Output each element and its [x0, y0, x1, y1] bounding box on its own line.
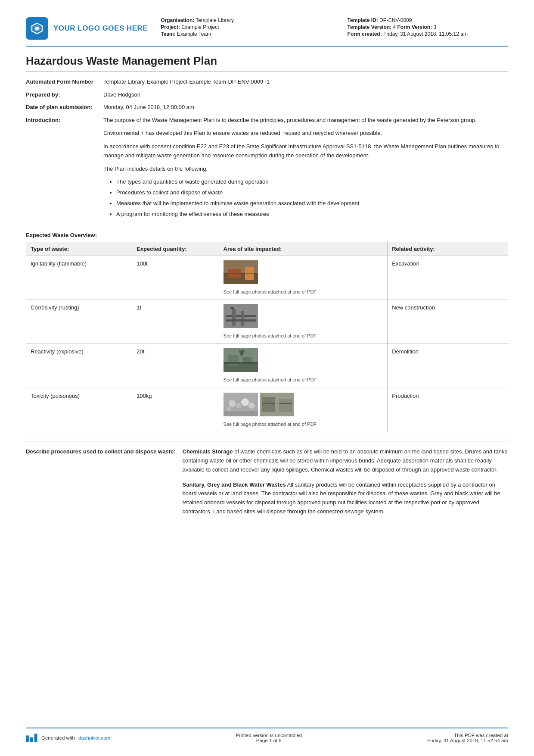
header-meta-left: Organisation: Template Library Project: … [161, 17, 321, 38]
svg-point-19 [229, 400, 236, 407]
waste-qty-cell: 20t [132, 344, 219, 388]
waste-photo-cell: See full page photos attached at end of … [219, 388, 388, 432]
logo-text: YOUR LOGO GOES HERE [53, 24, 148, 33]
svg-rect-27 [279, 399, 292, 412]
footer-pdf-created-text: This PDF was created at [427, 733, 508, 738]
header-meta-right: Template ID: DP-ENV-0009 Template Versio… [348, 17, 508, 38]
bullet-2: Procedures to collect and dispose of was… [116, 188, 508, 197]
describe-label: Describe procedures used to collect and … [26, 447, 183, 522]
prepared-by-value: Dave Hodgson [103, 91, 508, 99]
footer-generated-text: Generated with [41, 735, 75, 740]
waste-type-cell: Corrosivity (rusting) [26, 300, 132, 344]
waste-activity-cell: New construction [388, 300, 508, 344]
svg-rect-17 [224, 362, 258, 364]
photo-caption: See full page photos attached at end of … [224, 333, 383, 339]
introduction-row: Introduction: The purpose of the Waste M… [26, 116, 508, 225]
waste-activity-cell: Excavation [388, 256, 508, 300]
form-number-label: Automated Form Number [26, 78, 103, 86]
prepared-by-label: Prepared by: [26, 91, 103, 99]
svg-rect-14 [228, 355, 239, 366]
svg-point-21 [241, 398, 249, 406]
photo-caption: See full page photos attached at end of … [224, 289, 383, 295]
col-header-type: Type of waste: [26, 242, 132, 256]
form-number-row: Automated Form Number Template Library-E… [26, 78, 508, 86]
svg-rect-10 [226, 319, 256, 322]
bullet-4: A program for monitoring the effectivene… [116, 210, 508, 219]
form-fields: Automated Form Number Template Library-E… [26, 78, 508, 225]
photo-image [224, 393, 258, 418]
bullet-3: Measures that will be implemented to min… [116, 199, 508, 208]
intro-bullets: The types and quantities of waste genera… [103, 178, 508, 219]
introduction-label: Introduction: [26, 116, 103, 125]
project-value: Example Project [181, 24, 219, 30]
describe-section: Describe procedures used to collect and … [26, 441, 508, 522]
form-created-label: Form created: [348, 31, 382, 37]
doc-title: Hazardous Waste Management Plan [26, 54, 508, 72]
footer-logo-icon [26, 734, 38, 742]
col-header-area: Area of site impacted: [219, 242, 388, 256]
svg-rect-32 [34, 734, 37, 742]
waste-table: Type of waste: Expected quantity: Area o… [26, 242, 508, 433]
footer-pdf-created-date: Friday, 31 August 2018, 11:52:54 am [427, 738, 508, 743]
introduction-content: The purpose of the Waste Management Plan… [103, 116, 508, 225]
date-value: Monday, 04 June 2018, 12:00:00 am [103, 103, 508, 112]
photo-image [224, 348, 258, 373]
form-version-label: Form Version: [397, 24, 432, 30]
waste-photo-cell: See full page photos attached at end of … [219, 344, 388, 388]
table-row: Reactivity (explosive)20t See full page … [26, 344, 508, 388]
table-row: Ignitability (flammable)100t See full pa… [26, 256, 508, 300]
waste-qty-cell: 100t [132, 256, 219, 300]
photo-caption: See full page photos attached at end of … [224, 377, 383, 383]
svg-rect-8 [232, 309, 236, 326]
org-value: Template Library [196, 17, 234, 23]
svg-rect-9 [241, 311, 244, 326]
svg-rect-31 [30, 737, 33, 742]
svg-rect-24 [224, 411, 258, 416]
table-row: Toxicity (poisonous)100kg See full page … [26, 388, 508, 432]
template-version-value: 4 [393, 24, 396, 30]
svg-point-23 [227, 407, 231, 411]
footer-site-link[interactable]: dashpivot.com [78, 735, 110, 740]
header: YOUR LOGO GOES HERE Organisation: Templa… [26, 17, 508, 47]
form-number-value: Template Library-Example Project-Example… [103, 78, 508, 86]
photo-caption: See full page photos attached at end of … [224, 421, 383, 428]
sanitary-bold: Sanitary, Grey and Black Water Wastes [183, 481, 286, 488]
logo-icon [26, 17, 48, 40]
footer-page: Page 1 of 8 [236, 738, 302, 743]
footer: Generated with dashpivot.com Printed ver… [26, 728, 508, 743]
waste-qty-cell: 1t [132, 300, 219, 344]
intro-para2: Environmental + has developed this Plan … [103, 129, 508, 138]
svg-rect-15 [243, 357, 251, 366]
waste-activity-cell: Demolition [388, 344, 508, 388]
svg-point-22 [248, 403, 255, 409]
table-row: Corrosivity (rusting)1t See full page ph… [26, 300, 508, 344]
intro-para1: The purpose of the Waste Management Plan… [103, 116, 508, 125]
form-created-value: Friday, 31 August 2018, 11:05:12 am [383, 31, 468, 37]
date-row: Date of plan submission: Monday, 04 June… [26, 103, 508, 112]
chemicals-storage-bold: Chemicals Storage [183, 448, 233, 455]
footer-center: Printed version is uncontrolled Page 1 o… [236, 733, 302, 743]
waste-qty-cell: 100kg [132, 388, 219, 432]
footer-logo-area: Generated with dashpivot.com [26, 734, 110, 742]
photo-image-2 [260, 393, 294, 418]
waste-photo-cell: See full page photos attached at end of … [219, 256, 388, 300]
template-id-value: DP-ENV-0009 [379, 17, 412, 23]
bullet-1: The types and quantities of waste genera… [116, 178, 508, 187]
template-version-label: Template Version: [348, 24, 391, 30]
describe-para1: Chemicals Storage of waste chemicals suc… [183, 447, 509, 474]
col-header-activity: Related activity: [388, 242, 508, 256]
svg-point-20 [236, 403, 241, 408]
photo-image [224, 260, 258, 285]
footer-uncontrolled: Printed version is uncontrolled [236, 733, 302, 738]
waste-activity-cell: Production [388, 388, 508, 432]
team-value: Example Team [177, 31, 211, 37]
page: YOUR LOGO GOES HERE Organisation: Templa… [0, 0, 534, 756]
date-label: Date of plan submission: [26, 103, 103, 112]
svg-rect-30 [26, 735, 29, 742]
org-label: Organisation: [161, 17, 194, 23]
intro-para4: The Plan includes details on the followi… [103, 165, 508, 174]
waste-type-cell: Ignitability (flammable) [26, 256, 132, 300]
photo-image [224, 304, 258, 329]
intro-para3: In accordance with consent condition E22… [103, 142, 508, 160]
waste-overview-heading: Expected Waste Overview: [26, 232, 508, 238]
